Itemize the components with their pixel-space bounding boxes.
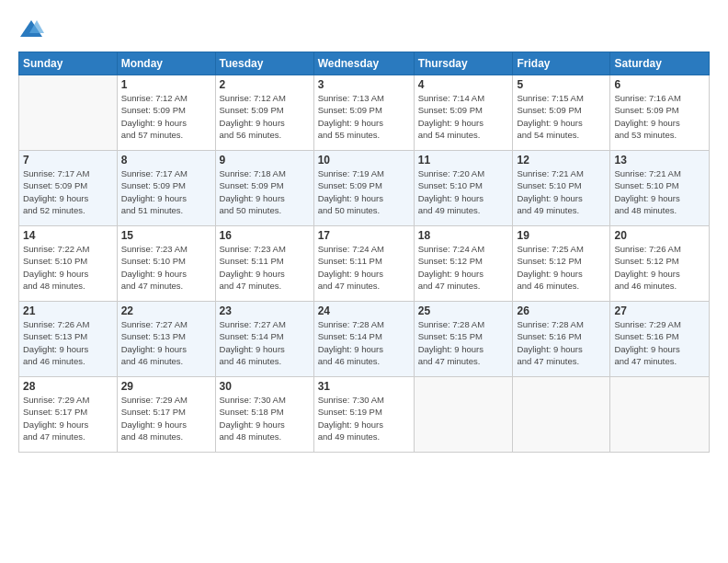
- calendar-cell: 5Sunrise: 7:15 AM Sunset: 5:09 PM Daylig…: [513, 75, 610, 151]
- day-info: Sunrise: 7:30 AM Sunset: 5:18 PM Dayligh…: [220, 394, 310, 442]
- calendar-cell: 30Sunrise: 7:30 AM Sunset: 5:18 PM Dayli…: [215, 377, 313, 453]
- day-number: 25: [418, 304, 509, 317]
- calendar-cell: 21Sunrise: 7:26 AM Sunset: 5:13 PM Dayli…: [19, 302, 118, 377]
- calendar-cell: 11Sunrise: 7:20 AM Sunset: 5:10 PM Dayli…: [414, 151, 513, 226]
- day-info: Sunrise: 7:17 AM Sunset: 5:09 PM Dayligh…: [23, 167, 113, 216]
- col-header-tuesday: Tuesday: [215, 52, 313, 75]
- calendar-cell: 28Sunrise: 7:29 AM Sunset: 5:17 PM Dayli…: [19, 377, 118, 453]
- page: SundayMondayTuesdayWednesdayThursdayFrid…: [0, 0, 728, 563]
- day-number: 21: [23, 304, 113, 317]
- calendar-cell: 23Sunrise: 7:27 AM Sunset: 5:14 PM Dayli…: [215, 302, 313, 377]
- calendar-cell: 14Sunrise: 7:22 AM Sunset: 5:10 PM Dayli…: [19, 226, 118, 302]
- calendar-cell: 24Sunrise: 7:28 AM Sunset: 5:14 PM Dayli…: [313, 302, 414, 377]
- day-info: Sunrise: 7:24 AM Sunset: 5:12 PM Dayligh…: [418, 243, 509, 292]
- calendar-cell: 22Sunrise: 7:27 AM Sunset: 5:13 PM Dayli…: [117, 302, 215, 377]
- day-number: 18: [418, 229, 509, 242]
- calendar-cell: 27Sunrise: 7:29 AM Sunset: 5:16 PM Dayli…: [610, 302, 710, 377]
- calendar-cell: 26Sunrise: 7:28 AM Sunset: 5:16 PM Dayli…: [513, 302, 610, 377]
- calendar-row-3: 21Sunrise: 7:26 AM Sunset: 5:13 PM Dayli…: [19, 302, 710, 377]
- day-info: Sunrise: 7:19 AM Sunset: 5:09 PM Dayligh…: [318, 167, 410, 216]
- day-number: 27: [614, 304, 705, 317]
- calendar-cell: 20Sunrise: 7:26 AM Sunset: 5:12 PM Dayli…: [610, 226, 710, 302]
- day-info: Sunrise: 7:30 AM Sunset: 5:19 PM Dayligh…: [318, 394, 410, 442]
- day-number: 8: [121, 154, 211, 167]
- calendar-cell: 7Sunrise: 7:17 AM Sunset: 5:09 PM Daylig…: [19, 151, 118, 226]
- calendar-cell: 2Sunrise: 7:12 AM Sunset: 5:09 PM Daylig…: [215, 75, 313, 151]
- day-number: 24: [318, 304, 410, 317]
- day-info: Sunrise: 7:27 AM Sunset: 5:13 PM Dayligh…: [121, 318, 211, 367]
- calendar-row-2: 14Sunrise: 7:22 AM Sunset: 5:10 PM Dayli…: [19, 226, 710, 302]
- day-info: Sunrise: 7:28 AM Sunset: 5:16 PM Dayligh…: [517, 318, 606, 367]
- day-info: Sunrise: 7:29 AM Sunset: 5:17 PM Dayligh…: [23, 394, 113, 442]
- day-info: Sunrise: 7:23 AM Sunset: 5:11 PM Dayligh…: [220, 243, 310, 292]
- calendar-cell: 12Sunrise: 7:21 AM Sunset: 5:10 PM Dayli…: [513, 151, 610, 226]
- day-info: Sunrise: 7:26 AM Sunset: 5:13 PM Dayligh…: [23, 318, 113, 367]
- day-info: Sunrise: 7:17 AM Sunset: 5:09 PM Dayligh…: [121, 167, 211, 216]
- col-header-monday: Monday: [117, 52, 215, 75]
- calendar-cell: 17Sunrise: 7:24 AM Sunset: 5:11 PM Dayli…: [313, 226, 414, 302]
- day-info: Sunrise: 7:24 AM Sunset: 5:11 PM Dayligh…: [318, 243, 410, 292]
- day-info: Sunrise: 7:28 AM Sunset: 5:14 PM Dayligh…: [318, 318, 410, 367]
- day-info: Sunrise: 7:25 AM Sunset: 5:12 PM Dayligh…: [517, 243, 606, 292]
- day-info: Sunrise: 7:29 AM Sunset: 5:17 PM Dayligh…: [121, 394, 211, 442]
- day-number: 15: [121, 229, 211, 242]
- day-number: 23: [220, 304, 310, 317]
- day-info: Sunrise: 7:12 AM Sunset: 5:09 PM Dayligh…: [121, 92, 211, 141]
- day-number: 14: [23, 229, 113, 242]
- calendar-cell: 6Sunrise: 7:16 AM Sunset: 5:09 PM Daylig…: [610, 75, 710, 151]
- calendar-cell: 19Sunrise: 7:25 AM Sunset: 5:12 PM Dayli…: [513, 226, 610, 302]
- day-number: 22: [121, 304, 211, 317]
- logo-icon: [18, 17, 44, 42]
- day-number: 9: [220, 154, 310, 167]
- day-number: 5: [517, 78, 606, 91]
- calendar-cell: 8Sunrise: 7:17 AM Sunset: 5:09 PM Daylig…: [117, 151, 215, 226]
- day-number: 16: [220, 229, 310, 242]
- day-number: 10: [318, 154, 410, 167]
- day-number: 31: [318, 380, 410, 393]
- col-header-friday: Friday: [513, 52, 610, 75]
- calendar-table: SundayMondayTuesdayWednesdayThursdayFrid…: [18, 52, 710, 453]
- calendar-cell: 10Sunrise: 7:19 AM Sunset: 5:09 PM Dayli…: [313, 151, 414, 226]
- calendar-row-0: 1Sunrise: 7:12 AM Sunset: 5:09 PM Daylig…: [19, 75, 710, 151]
- col-header-sunday: Sunday: [19, 52, 118, 75]
- day-number: 6: [614, 78, 705, 91]
- logo: [18, 17, 48, 42]
- col-header-wednesday: Wednesday: [313, 52, 414, 75]
- day-number: 17: [318, 229, 410, 242]
- day-number: 11: [418, 154, 509, 167]
- day-info: Sunrise: 7:27 AM Sunset: 5:14 PM Dayligh…: [220, 318, 310, 367]
- day-number: 19: [517, 229, 606, 242]
- calendar-cell: 1Sunrise: 7:12 AM Sunset: 5:09 PM Daylig…: [117, 75, 215, 151]
- col-header-thursday: Thursday: [414, 52, 513, 75]
- header: [18, 17, 710, 42]
- col-header-saturday: Saturday: [610, 52, 710, 75]
- calendar-cell: 13Sunrise: 7:21 AM Sunset: 5:10 PM Dayli…: [610, 151, 710, 226]
- day-info: Sunrise: 7:21 AM Sunset: 5:10 PM Dayligh…: [517, 167, 606, 216]
- day-info: Sunrise: 7:21 AM Sunset: 5:10 PM Dayligh…: [614, 167, 705, 216]
- day-info: Sunrise: 7:14 AM Sunset: 5:09 PM Dayligh…: [418, 92, 509, 141]
- calendar-cell: [513, 377, 610, 453]
- day-info: Sunrise: 7:20 AM Sunset: 5:10 PM Dayligh…: [418, 167, 509, 216]
- day-number: 30: [220, 380, 310, 393]
- calendar-cell: 16Sunrise: 7:23 AM Sunset: 5:11 PM Dayli…: [215, 226, 313, 302]
- calendar-cell: 31Sunrise: 7:30 AM Sunset: 5:19 PM Dayli…: [313, 377, 414, 453]
- calendar-cell: 29Sunrise: 7:29 AM Sunset: 5:17 PM Dayli…: [117, 377, 215, 453]
- day-info: Sunrise: 7:13 AM Sunset: 5:09 PM Dayligh…: [318, 92, 410, 141]
- day-number: 7: [23, 154, 113, 167]
- calendar-row-1: 7Sunrise: 7:17 AM Sunset: 5:09 PM Daylig…: [19, 151, 710, 226]
- calendar-cell: 9Sunrise: 7:18 AM Sunset: 5:09 PM Daylig…: [215, 151, 313, 226]
- day-number: 29: [121, 380, 211, 393]
- day-number: 2: [220, 78, 310, 91]
- calendar-cell: [414, 377, 513, 453]
- day-info: Sunrise: 7:23 AM Sunset: 5:10 PM Dayligh…: [121, 243, 211, 292]
- calendar-cell: 25Sunrise: 7:28 AM Sunset: 5:15 PM Dayli…: [414, 302, 513, 377]
- day-info: Sunrise: 7:26 AM Sunset: 5:12 PM Dayligh…: [614, 243, 705, 292]
- calendar-cell: 3Sunrise: 7:13 AM Sunset: 5:09 PM Daylig…: [313, 75, 414, 151]
- day-number: 4: [418, 78, 509, 91]
- calendar-cell: 15Sunrise: 7:23 AM Sunset: 5:10 PM Dayli…: [117, 226, 215, 302]
- day-info: Sunrise: 7:28 AM Sunset: 5:15 PM Dayligh…: [418, 318, 509, 367]
- calendar-cell: 4Sunrise: 7:14 AM Sunset: 5:09 PM Daylig…: [414, 75, 513, 151]
- day-number: 1: [121, 78, 211, 91]
- day-number: 28: [23, 380, 113, 393]
- day-info: Sunrise: 7:18 AM Sunset: 5:09 PM Dayligh…: [220, 167, 310, 216]
